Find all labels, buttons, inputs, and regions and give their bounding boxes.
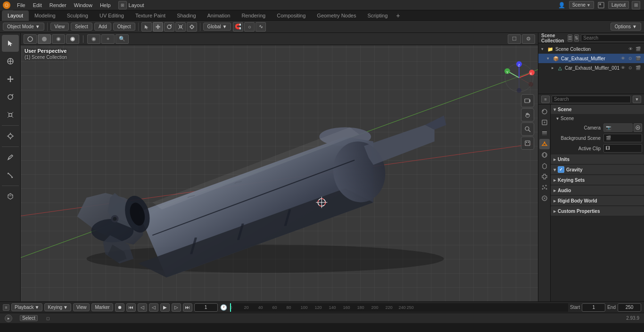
prev-frame-btn[interactable]: ◁ <box>138 303 147 312</box>
zoom-view-btn[interactable] <box>521 122 534 136</box>
camera-view-btn[interactable] <box>521 94 534 107</box>
prev-play-btn[interactable]: ◁ <box>149 303 158 312</box>
prop-tab-render[interactable] <box>539 106 550 117</box>
skip-start-btn[interactable]: ⏮ <box>126 303 136 312</box>
viewport-shading-render[interactable] <box>66 34 79 44</box>
tab-layout[interactable]: Layout <box>2 10 29 21</box>
prop-tab-object[interactable] <box>539 161 550 171</box>
playback-menu[interactable]: Playback ▼ <box>11 303 42 311</box>
muffler-expand[interactable]: ▾ <box>547 56 553 61</box>
prop-section-gravity[interactable]: ▾ ✓ Gravity <box>551 165 644 174</box>
view-layer-selector[interactable]: Layout <box>608 1 629 9</box>
scale-tool[interactable] <box>2 106 19 123</box>
outliner-item-muffler-001[interactable]: ▸ △ Car_Exhaust_Muffler_001 👁 ⊙ 🎬 <box>538 63 644 73</box>
cursor-tool[interactable] <box>2 53 19 70</box>
select-menu[interactable]: Select <box>71 23 92 31</box>
tab-shading[interactable]: Shading <box>171 10 201 21</box>
menu-help[interactable]: Help <box>96 0 115 10</box>
tab-rendering[interactable]: Rendering <box>236 10 271 21</box>
proportional-edit[interactable]: ○ <box>244 22 255 32</box>
muffler-select-icon[interactable]: ⊙ <box>627 55 634 62</box>
prop-tab-particles[interactable] <box>539 182 550 193</box>
prop-tab-physics[interactable] <box>539 193 550 203</box>
scene-selector[interactable]: Scene ▼ <box>569 1 594 9</box>
prop-section-units[interactable]: ▸ Units <box>551 154 644 164</box>
prop-section-scene[interactable]: ▾ Scene <box>551 105 644 114</box>
prop-section-keying-sets[interactable]: ▸ Keying Sets <box>551 175 644 185</box>
prop-filter-toggle[interactable]: ▼ <box>633 96 641 103</box>
measure-tool[interactable] <box>2 167 19 184</box>
hand-view-btn[interactable] <box>521 108 534 121</box>
mode-selector[interactable]: Object Mode ▼ <box>3 23 44 31</box>
proportional-mode[interactable]: ∿ <box>256 22 266 32</box>
prop-tab-output[interactable] <box>539 117 550 128</box>
move-tool-btn[interactable] <box>153 22 163 32</box>
viewport-gizmo[interactable]: X Y Z <box>503 61 531 89</box>
prop-filter-icon[interactable]: ≡ <box>541 96 550 103</box>
options-button[interactable]: Options ▼ <box>611 23 641 31</box>
annotate-tool[interactable] <box>2 149 19 166</box>
outliner-item-muffler[interactable]: ▾ 📦 Car_Exhaust_Muffler 👁 ⊙ 🎬 <box>538 54 644 63</box>
outliner-search-input[interactable] <box>581 34 644 42</box>
transform-space[interactable]: Global ▼ <box>203 23 231 31</box>
camera-value[interactable]: 📷 <box>603 123 633 132</box>
rotate-tool-btn[interactable] <box>164 22 174 32</box>
scene-sub-header[interactable]: ▾ Scene <box>554 114 644 122</box>
skip-end-btn[interactable]: ⏭ <box>183 303 192 312</box>
scene-collection-render-icon[interactable]: 🎬 <box>635 46 641 52</box>
prop-tab-modifier[interactable] <box>539 171 550 182</box>
select-tool[interactable] <box>2 35 19 52</box>
add-workspace-button[interactable]: + <box>393 11 403 20</box>
move-tool[interactable] <box>2 71 19 88</box>
keying-menu[interactable]: Keying ▼ <box>44 303 71 311</box>
record-btn[interactable]: ⏺ <box>115 303 124 312</box>
add-menu[interactable]: Add <box>94 23 111 31</box>
rotate-tool[interactable] <box>2 89 19 105</box>
prop-section-audio[interactable]: ▸ Audio <box>551 186 644 195</box>
prop-tab-view-layer[interactable] <box>539 128 550 138</box>
add-cube-tool[interactable] <box>2 188 19 205</box>
menu-render[interactable]: Render <box>46 0 70 10</box>
current-frame-input[interactable] <box>194 303 218 312</box>
viewport-shading-material[interactable] <box>52 34 65 44</box>
tab-geometry-nodes[interactable]: Geometry Nodes <box>311 10 362 21</box>
next-play-btn[interactable]: ▷ <box>172 303 181 312</box>
tab-scripting[interactable]: Scripting <box>362 10 393 21</box>
status-info-icon[interactable]: ◻ <box>45 316 51 321</box>
muffler-render-icon[interactable]: 🎬 <box>635 55 641 62</box>
outliner-filter-btn[interactable]: ☰ <box>568 34 572 42</box>
tab-texture-paint[interactable]: Texture Paint <box>130 10 171 21</box>
tab-sculpting[interactable]: Sculpting <box>61 10 94 21</box>
scene-collection-visible-icon[interactable]: 👁 <box>627 46 634 52</box>
prop-search-input[interactable] <box>552 96 631 103</box>
transform-tool-btn[interactable] <box>187 22 197 32</box>
scale-tool-btn[interactable] <box>175 22 186 32</box>
tab-animation[interactable]: Animation <box>202 10 236 21</box>
prop-tab-world[interactable] <box>539 150 550 160</box>
view-menu[interactable]: View <box>50 23 69 31</box>
user-icon[interactable]: 👤 <box>558 1 566 9</box>
camera-fly-btn[interactable] <box>521 137 534 150</box>
active-clip-value[interactable]: 🎞 <box>603 144 642 153</box>
timeline-ruler[interactable]: 0 20 40 60 80 100 120 140 160 180 200 22… <box>230 303 568 312</box>
menu-edit[interactable]: Edit <box>29 0 46 10</box>
select-tool-btn[interactable] <box>141 22 152 32</box>
viewport-gizmo-toggle[interactable]: ⌖ <box>101 34 115 44</box>
end-frame-input[interactable] <box>618 303 641 312</box>
snap-toggle[interactable]: 🧲 <box>233 22 243 32</box>
prop-section-rigid-body[interactable]: ▸ Rigid Body World <box>551 196 644 205</box>
prop-tab-scene[interactable] <box>539 139 550 149</box>
view-layer-expand[interactable]: ⊞ <box>632 1 640 9</box>
camera-pick-icon[interactable] <box>634 123 642 132</box>
gravity-checkbox[interactable]: ✓ <box>558 166 564 173</box>
muffler-001-select-icon[interactable]: ⊙ <box>627 65 634 71</box>
transform-tool[interactable] <box>2 128 19 145</box>
menu-window[interactable]: Window <box>70 0 96 10</box>
scene-icon-status[interactable]: ▸ <box>5 315 12 322</box>
outliner-sort-btn[interactable]: ⇅ <box>574 34 579 42</box>
scene-collection-expand[interactable]: ▾ <box>541 47 547 51</box>
tab-modeling[interactable]: Modeling <box>29 10 61 21</box>
background-scene-value[interactable]: 🎬 <box>603 134 642 142</box>
viewport-overlay-toggle[interactable]: ◉ <box>87 34 100 44</box>
prop-section-custom-props[interactable]: ▸ Custom Properties <box>551 206 644 216</box>
